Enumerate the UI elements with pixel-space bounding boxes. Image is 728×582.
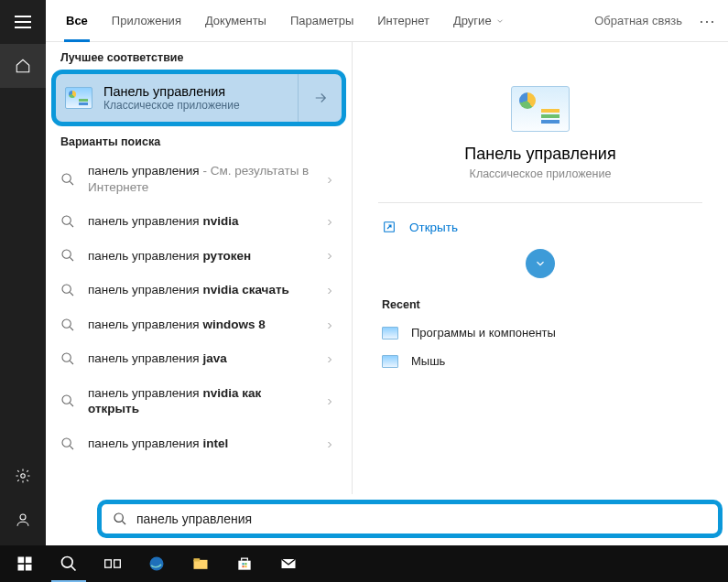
search-icon [60,393,75,408]
svg-point-3 [62,216,71,224]
svg-point-4 [62,250,71,258]
home-button[interactable] [0,44,46,88]
svg-point-16 [62,557,73,568]
svg-point-9 [62,438,71,447]
svg-rect-21 [194,558,201,561]
preview-pane: Панель управления Классическое приложени… [352,42,728,494]
taskbar [0,545,728,582]
search-icon [60,283,75,297]
recent-label: Recent [378,291,702,318]
chevron-right-icon [324,215,337,228]
results-pane: Лучшее соответствие Панель управления Кл… [46,42,352,494]
svg-point-11 [114,513,123,522]
suggestion-item[interactable]: панель управления nvidia как открыть [46,376,352,426]
svg-point-6 [62,319,71,328]
recent-item[interactable]: Мышь [378,347,702,375]
suggestion-item[interactable]: панель управления nvidia скачать [46,273,352,307]
tab-Интернет[interactable]: Интернет [366,0,440,42]
svg-point-5 [62,285,71,293]
open-action[interactable]: Открыть [378,210,702,243]
recent-item-label: Мышь [411,354,445,368]
suggestion-text: панель управления java [88,350,311,367]
preview-title: Панель управления [378,145,702,164]
svg-rect-22 [238,561,250,570]
taskbar-explorer[interactable] [179,545,222,582]
task-view-button[interactable] [92,545,134,582]
chevron-right-icon [324,437,337,450]
taskbar-search-button[interactable] [48,545,90,582]
best-match-result[interactable]: Панель управления Классическое приложени… [51,70,346,126]
search-icon [60,248,75,263]
recent-item-icon [382,355,398,368]
start-button[interactable] [4,545,46,582]
control-panel-icon [65,87,92,109]
preview-app-icon [511,86,570,132]
feedback-link[interactable]: Обратная связь [585,14,691,27]
open-label: Открыть [409,221,458,234]
chevron-right-icon [324,173,337,186]
chevron-right-icon [324,394,337,407]
taskbar-store[interactable] [223,545,266,582]
chevron-right-icon [324,318,337,331]
open-icon [382,220,397,234]
suggestion-item[interactable]: панель управления - См. результаты в Инт… [46,154,352,204]
svg-rect-17 [105,560,112,567]
recent-item[interactable]: Программы и компоненты [378,318,702,347]
best-match-label: Лучшее соответствие [46,42,352,70]
taskbar-mail[interactable] [267,545,310,582]
svg-rect-15 [26,565,32,571]
recent-item-icon [382,327,398,340]
search-icon [60,318,75,332]
preview-subtitle: Классическое приложение [378,167,702,180]
suggestion-text: панель управления nvidia скачать [88,282,311,298]
account-rail-button[interactable] [0,498,46,542]
svg-rect-26 [244,566,246,567]
chevron-right-icon [324,352,337,365]
suggestion-item[interactable]: панель управления nvidia [46,204,352,239]
svg-point-1 [20,514,26,520]
search-input[interactable] [136,512,707,526]
suggestion-text: панель управления windows 8 [88,317,311,333]
best-match-title: Панель управления [103,84,240,99]
svg-point-8 [62,395,71,404]
svg-rect-14 [18,565,25,571]
svg-rect-13 [26,557,32,564]
recent-item-label: Программы и компоненты [411,326,556,340]
tab-Все[interactable]: Все [55,0,99,42]
tab-Документы[interactable]: Документы [194,0,277,42]
svg-point-2 [62,174,71,182]
tab-Приложения[interactable]: Приложения [101,0,192,42]
suggestion-text: панель управления intel [88,436,311,452]
suggestion-item[interactable]: панель управления windows 8 [46,307,352,342]
suggestion-item[interactable]: панель управления intel [46,426,352,461]
suggestion-item[interactable]: панель управления рутокен [46,239,352,274]
tab-Параметры[interactable]: Параметры [279,0,364,42]
svg-rect-25 [243,566,244,567]
suggestion-item[interactable]: панель управления java [46,341,352,376]
variants-label: Варианты поиска [46,126,352,154]
svg-rect-18 [114,560,121,567]
search-icon [60,214,75,229]
svg-rect-23 [243,563,244,565]
tabs-row: ВсеПриложенияДокументыПараметрыИнтернетД… [46,0,728,42]
chevron-right-icon [324,284,337,296]
more-options-button[interactable]: ⋯ [691,11,723,31]
left-rail [0,0,46,545]
svg-point-0 [21,474,26,479]
search-icon [60,436,75,451]
settings-rail-button[interactable] [0,454,46,498]
best-match-expand[interactable] [298,74,342,122]
expand-more-button[interactable] [526,249,555,278]
search-icon [113,512,127,526]
taskbar-edge[interactable] [136,545,178,582]
svg-rect-24 [244,563,246,565]
search-icon [60,172,75,187]
svg-point-7 [62,353,71,361]
tab-Другие[interactable]: Другие [442,0,516,42]
search-icon [60,351,75,366]
chevron-right-icon [324,249,337,262]
best-match-subtitle: Классическое приложение [103,99,240,112]
search-box[interactable] [97,500,723,538]
suggestion-text: панель управления nvidia как открыть [88,385,311,417]
hamburger-button[interactable] [0,0,46,44]
